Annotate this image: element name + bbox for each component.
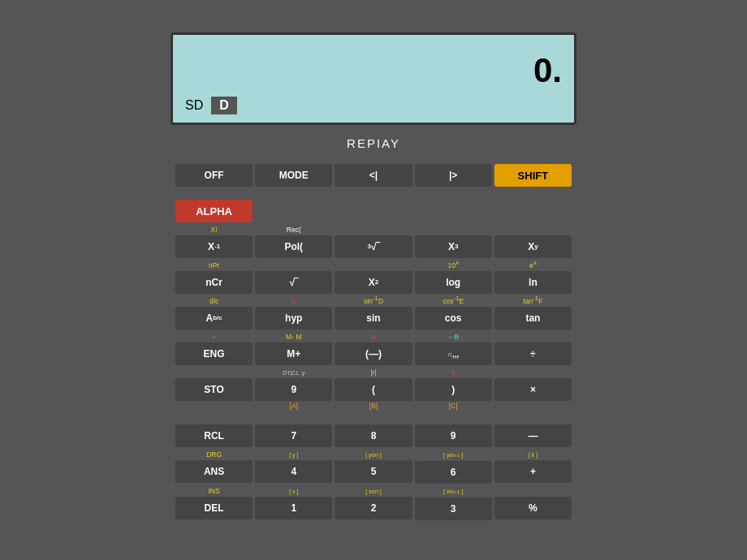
tan-button[interactable]: tan — [494, 307, 572, 330]
mplus-button[interactable]: M+ — [255, 342, 332, 365]
calculator: 0. SD D REPIAY OFF MODE <| — [162, 24, 585, 536]
row-3: nPr nCr √‾ X2 10x log ex ln — [175, 261, 572, 294]
xpowy-button[interactable]: Xy — [494, 235, 572, 258]
minus-button[interactable]: — — [494, 424, 572, 447]
five-button[interactable]: 5 — [335, 460, 412, 483]
ans-button[interactable]: ANS — [175, 460, 253, 483]
rcl-button[interactable]: RCL — [175, 424, 253, 447]
right-button[interactable]: |> — [415, 164, 492, 187]
button-area: REPIAY OFF MODE <| |> SHIFT — [171, 131, 576, 528]
eight-button[interactable]: 8 — [335, 424, 412, 447]
comma-button[interactable]: ○,,, — [415, 342, 492, 365]
row-8: DRG ANS [ y ] 4 [ yσn ] 5 [ yσn-1 ] 6 [ … — [175, 450, 572, 484]
xcubed-button[interactable]: X3 — [415, 235, 492, 258]
off-btn-wrapper: OFF — [175, 153, 253, 187]
mode-button[interactable]: MODE — [255, 164, 332, 187]
six-button[interactable]: 6 — [415, 461, 492, 484]
alpha-btn-wrapper: ALPHA — [175, 189, 253, 222]
ncr-button[interactable]: nCr — [175, 271, 253, 294]
percent-button[interactable]: % — [494, 497, 572, 519]
three-button[interactable]: 3 — [415, 498, 492, 520]
ln-button[interactable]: ln — [494, 271, 572, 294]
openparen-button[interactable]: ( — [335, 378, 412, 401]
one-button[interactable]: 1 — [255, 497, 332, 519]
pol-button[interactable]: Pol( — [255, 235, 332, 258]
nine2-button[interactable]: 9 — [415, 424, 492, 447]
left-btn-wrapper: <| — [335, 153, 412, 187]
row-6: STO DT|CL ;y 9 [A] |r| ( [B] x ) [C] × — [175, 368, 572, 411]
row-1: OFF MODE <| |> SHIFT ALPHA — [175, 153, 572, 222]
sin-button[interactable]: sin — [335, 307, 412, 330]
abovebelow-button[interactable]: Ab/c — [175, 307, 253, 330]
display-number: 0. — [185, 51, 562, 90]
xinverse-top: X! — [175, 225, 253, 235]
sto-button[interactable]: STO — [175, 378, 253, 401]
left-button[interactable]: <| — [335, 164, 412, 187]
del-button[interactable]: DEL — [175, 497, 253, 519]
display-sd-label: SD — [185, 98, 203, 113]
row-7: RCL 7 8 9 — — [175, 414, 572, 447]
repiay-label: REPIAY — [175, 136, 572, 150]
divide-button[interactable]: ÷ — [494, 342, 572, 365]
xinverse-button[interactable]: X-1 — [175, 235, 253, 258]
cos-button[interactable]: cos — [415, 307, 492, 330]
log-button[interactable]: log — [415, 271, 492, 294]
xsquared-button[interactable]: X2 — [335, 271, 412, 294]
eng-button[interactable]: ENG — [175, 342, 253, 365]
nine-button[interactable]: 9 — [255, 378, 332, 401]
multiply-button[interactable]: × — [494, 378, 572, 401]
seven-button[interactable]: 7 — [255, 424, 332, 447]
row-5: ← ENG M- M M+ A (—) ←B ○,,, ÷ — [175, 332, 572, 365]
shift-btn-wrapper: SHIFT — [494, 153, 572, 187]
off-button[interactable]: OFF — [175, 164, 253, 187]
rec-top: Rec( — [255, 225, 332, 235]
four-button[interactable]: 4 — [255, 460, 332, 483]
display-screen: 0. SD D — [171, 32, 576, 125]
sqrt-button[interactable]: √‾ — [255, 271, 332, 294]
cbrt-button[interactable]: 3√‾ — [335, 235, 412, 258]
row-2: X! X-1 Rec( Pol( 3√‾ X3 Xy — [175, 225, 572, 258]
row-4: d/c Ab/c C hyp sin-1D sin cos-1E cos tan… — [175, 296, 572, 330]
right-btn-wrapper: |> — [415, 153, 492, 187]
alpha-button[interactable]: ALPHA — [175, 200, 253, 222]
plus-button[interactable]: + — [494, 460, 572, 483]
closeparen-button[interactable]: ) — [415, 378, 492, 401]
display-d-mode: D — [211, 97, 237, 114]
mode-btn-wrapper: MODE — [255, 153, 332, 187]
two-button[interactable]: 2 — [335, 497, 412, 519]
shift-button[interactable]: SHIFT — [494, 164, 572, 187]
hyp-button[interactable]: hyp — [255, 307, 332, 330]
negate-button[interactable]: (—) — [335, 342, 412, 365]
row-9: INS DEL [ x ] 1 [ xσn ] 2 [ xσn-1 ] 3 % — [175, 486, 572, 520]
